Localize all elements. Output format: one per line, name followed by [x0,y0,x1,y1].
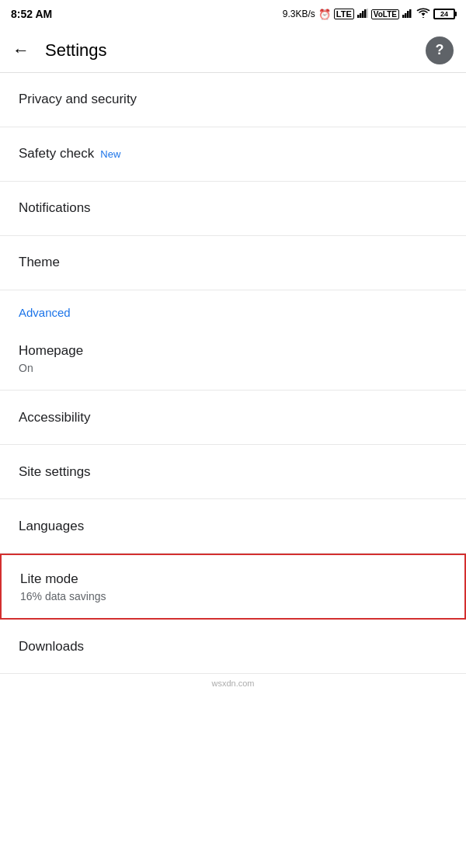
status-icons: 9.3KB/s ⏰ LTE VoLTE [283,8,455,20]
app-bar: ← Settings ? [0,28,466,73]
settings-item-languages[interactable]: Languages [0,499,466,554]
page-title: Settings [45,40,426,61]
advanced-section-header: Advanced [0,290,466,327]
signal-icon [357,9,368,20]
svg-rect-1 [360,13,362,18]
safety-check-title-row: Safety check New [19,145,447,162]
svg-rect-6 [405,13,407,18]
settings-list: Privacy and security Safety check New No… [0,73,466,674]
settings-item-accessibility[interactable]: Accessibility [0,391,466,445]
wifi-icon [416,8,430,20]
svg-rect-5 [402,15,405,18]
svg-rect-8 [409,9,412,18]
watermark: wsxdn.com [0,674,466,693]
svg-rect-2 [362,11,364,18]
settings-item-lite-mode[interactable]: Lite mode 16% data savings [0,554,466,620]
settings-item-safety-check[interactable]: Safety check New [0,127,466,182]
settings-item-privacy-security[interactable]: Privacy and security [0,73,466,127]
status-time: 8:52 AM [11,8,52,20]
lte-icon: LTE [334,9,354,19]
battery-icon: 24 [433,9,455,19]
settings-item-theme[interactable]: Theme [0,236,466,290]
settings-item-downloads[interactable]: Downloads [0,620,466,674]
svg-rect-4 [367,9,368,18]
back-button[interactable]: ← [12,40,30,61]
volte-icon: VoLTE [371,9,399,19]
settings-item-homepage[interactable]: Homepage On [0,327,466,391]
svg-rect-0 [357,15,360,18]
alarm-icon: ⏰ [318,9,331,20]
settings-item-notifications[interactable]: Notifications [0,182,466,236]
help-button[interactable]: ? [426,36,454,64]
svg-rect-3 [364,9,367,18]
network-speed: 9.3KB/s [283,9,315,19]
signal-icon-2 [402,9,413,20]
svg-rect-7 [407,11,409,18]
status-bar: 8:52 AM 9.3KB/s ⏰ LTE VoLTE [0,0,466,28]
settings-item-site-settings[interactable]: Site settings [0,445,466,499]
